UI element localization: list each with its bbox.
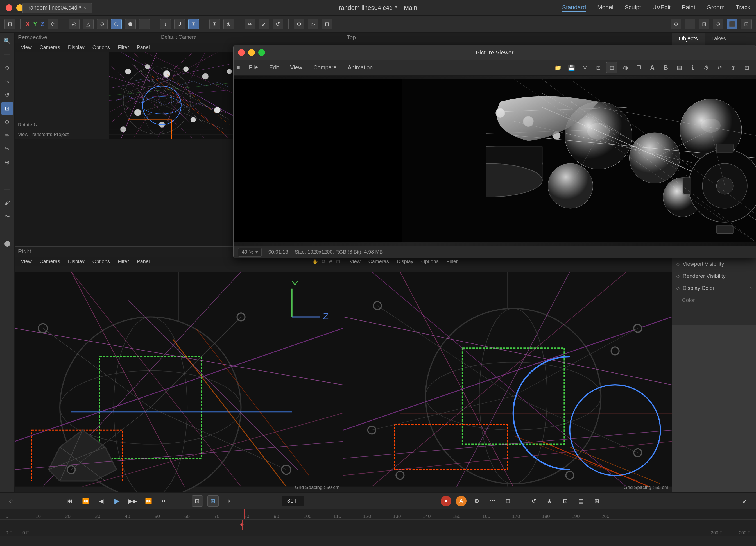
tl-prev-frame[interactable]: ◀ xyxy=(96,495,107,507)
render-button[interactable]: ▷ xyxy=(308,19,318,30)
tl-anim-3[interactable]: ⊡ xyxy=(560,495,571,507)
snap-rotate-button[interactable]: ↺ xyxy=(174,19,185,30)
nav-button-2[interactable]: ↔ xyxy=(685,19,695,30)
tl-anim-1[interactable]: ↺ xyxy=(528,495,540,507)
menu-paint[interactable]: Paint xyxy=(682,4,695,12)
pv-edit[interactable]: Edit xyxy=(265,63,283,73)
tl-motion-icon-2[interactable]: ⊞ xyxy=(207,495,219,507)
pv-close-icon[interactable]: ✕ xyxy=(579,62,590,73)
rotate-tool[interactable]: ↺ xyxy=(273,19,283,30)
vp-right-display[interactable]: Display xyxy=(65,258,88,266)
pv-half-icon[interactable]: ◑ xyxy=(620,62,631,73)
tl-curves-icon[interactable]: 〜 xyxy=(487,495,498,507)
pv-folder-icon[interactable]: 📁 xyxy=(552,62,563,73)
vp-right-view[interactable]: View xyxy=(17,258,35,266)
mode-button[interactable]: ⊞ xyxy=(4,19,15,30)
nav-button-1[interactable]: ⊕ xyxy=(671,19,681,30)
left-tool-knife[interactable]: ✂ xyxy=(1,143,13,155)
pv-compare-ab-icon[interactable]: ⧠ xyxy=(633,62,644,73)
pv-compare[interactable]: Compare xyxy=(309,63,341,73)
tab-takes[interactable]: Takes xyxy=(705,33,733,45)
left-tool-smear[interactable]: ⋮ xyxy=(1,224,13,236)
menu-track[interactable]: Track xyxy=(736,4,750,12)
transform-button[interactable]: ⊙ xyxy=(97,19,108,30)
pv-minimize-button[interactable] xyxy=(248,49,255,56)
grid-button[interactable]: ⊞ xyxy=(209,19,220,30)
left-tool-move[interactable]: ✥ xyxy=(1,62,13,74)
tl-settings-icon[interactable]: ⚙ xyxy=(471,495,482,507)
tl-first-frame[interactable]: ⏮ xyxy=(64,495,75,507)
vp-right-cameras[interactable]: Cameras xyxy=(36,258,64,266)
grid-snap-button[interactable]: ⊕ xyxy=(223,19,234,30)
pv-history-icon[interactable]: ↺ xyxy=(714,62,725,73)
left-tool-color-pair[interactable]: ⬤ xyxy=(1,237,13,250)
pv-animation[interactable]: Animation xyxy=(343,63,377,73)
menu-groom[interactable]: Groom xyxy=(707,4,725,12)
scale-tool[interactable]: ⤢ xyxy=(259,19,269,30)
pv-layers-icon[interactable]: ▤ xyxy=(674,62,685,73)
vp-front-options[interactable]: Options xyxy=(418,258,442,266)
pv-save-icon[interactable]: 💾 xyxy=(566,62,577,73)
tl-autokey-button[interactable]: A xyxy=(456,496,467,506)
tl-last-frame[interactable]: ⏭ xyxy=(159,495,170,507)
poly-button[interactable]: ⬢ xyxy=(125,19,136,30)
vp-front-cameras[interactable]: Cameras xyxy=(365,258,392,266)
tl-anim-5[interactable]: ⊞ xyxy=(591,495,603,507)
tl-expand-icon[interactable]: ⤢ xyxy=(739,495,750,507)
left-tool-search[interactable]: 🔍 xyxy=(1,35,13,47)
tl-anim-2[interactable]: ⊕ xyxy=(544,495,555,507)
pv-extra1[interactable]: ⊕ xyxy=(728,62,739,73)
pv-fullscreen-button[interactable] xyxy=(258,49,265,56)
vp-right-filter[interactable]: Filter xyxy=(114,258,132,266)
tl-next-keyframe[interactable]: ⏩ xyxy=(143,495,154,507)
pv-view-menu[interactable]: View xyxy=(286,63,307,73)
left-tool-smooth[interactable]: 〜 xyxy=(1,210,13,223)
close-button[interactable] xyxy=(6,4,12,11)
active-tab[interactable]: random lines04.c4d * × xyxy=(22,3,92,13)
left-tool-select-rect[interactable]: ⊡ xyxy=(1,102,13,115)
minimize-button[interactable] xyxy=(16,4,23,11)
viewport-front[interactable]: View Cameras Display Options Filter Fron… xyxy=(343,247,672,492)
coord-system-button[interactable]: ⟳ xyxy=(48,19,58,30)
tab-objects[interactable]: Objects xyxy=(672,33,705,45)
tl-motion-icon-1[interactable]: ⊡ xyxy=(192,495,203,507)
snap-scale-button[interactable]: ⊞ xyxy=(188,19,199,30)
tl-record-button[interactable]: ● xyxy=(441,496,451,506)
move-tool[interactable]: ⇔ xyxy=(245,19,255,30)
left-tool-rotate[interactable]: ↺ xyxy=(1,89,13,101)
tl-prev-keyframe[interactable]: ⏪ xyxy=(80,495,91,507)
pv-text-a[interactable]: A xyxy=(647,62,658,73)
vp-menu-options[interactable]: Options xyxy=(89,44,113,52)
left-tool-magnet[interactable]: ⋯ xyxy=(1,170,13,182)
tl-play-button[interactable]: ▶ xyxy=(111,495,123,507)
tl-next-frame[interactable]: ▶▶ xyxy=(127,495,138,507)
tab-close-icon[interactable]: × xyxy=(83,5,86,10)
vp-front-filter[interactable]: Filter xyxy=(443,258,461,266)
vp-menu-cameras[interactable]: Cameras xyxy=(36,44,64,52)
vp-menu-filter[interactable]: Filter xyxy=(114,44,132,52)
vp-right-options[interactable]: Options xyxy=(89,258,113,266)
nav-button-4[interactable]: ⊙ xyxy=(713,19,723,30)
spline-icon-button[interactable]: ⌶ xyxy=(139,19,150,30)
pv-info-icon[interactable]: ℹ xyxy=(687,62,698,73)
tl-dope-icon[interactable]: ⊡ xyxy=(503,495,514,507)
tl-anim-4[interactable]: ▤ xyxy=(576,495,587,507)
tl-diamond-icon[interactable]: ◇ xyxy=(6,495,17,507)
vp-menu-display[interactable]: Display xyxy=(65,44,88,52)
snap-move-button[interactable]: ↕ xyxy=(160,19,171,30)
render-settings[interactable]: ⚙ xyxy=(294,19,304,30)
object-button[interactable]: ⬡ xyxy=(111,19,122,30)
pv-close-button[interactable] xyxy=(238,49,245,56)
left-tool-select-live[interactable]: ⊙ xyxy=(1,116,13,128)
nav-button-3[interactable]: ⊡ xyxy=(699,19,709,30)
left-tool-bridge[interactable]: ⊕ xyxy=(1,156,13,169)
menu-sculpt[interactable]: Sculpt xyxy=(624,4,641,12)
light-button[interactable]: △ xyxy=(83,19,94,30)
vp-front-display[interactable]: Display xyxy=(393,258,417,266)
render-active[interactable]: ⊡ xyxy=(322,19,332,30)
pv-text-b[interactable]: B xyxy=(660,62,671,73)
pv-alpha-icon[interactable]: ⊞ xyxy=(606,62,617,73)
vp-menu-panel[interactable]: Panel xyxy=(133,44,153,52)
viewport-right[interactable]: View Cameras Display Options Filter Pane… xyxy=(15,247,343,492)
left-tool-poly-pen[interactable]: ✏ xyxy=(1,129,13,142)
